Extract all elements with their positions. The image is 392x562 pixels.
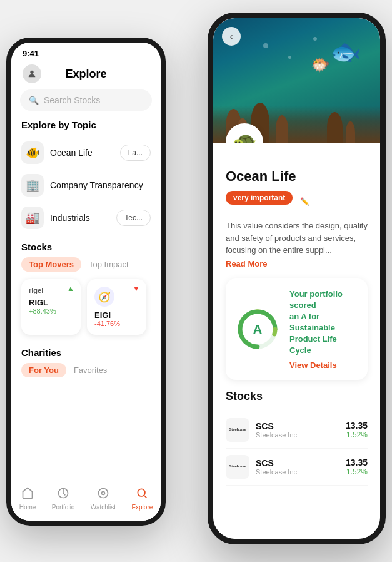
eigi-ticker: EIGI: [94, 310, 139, 320]
rigl-ticker: RIGL: [29, 298, 73, 307]
stock-cards: ▲ rigel RIGL +88.43% ▼ 🧭 EIGI -41.76%: [21, 279, 151, 335]
left-phone: 9:41 Explore 🔍 Search Stocks Explore by …: [6, 38, 166, 526]
topic-row-ocean-life[interactable]: 🐠 Ocean Life La...: [11, 136, 161, 169]
avatar[interactable]: [23, 64, 41, 83]
stock-row-1[interactable]: Steelcase SCS Steelcase Inc 13.35 1.52%: [226, 412, 368, 449]
svg-point-0: [30, 71, 33, 74]
description-text: This value considers the design, quality…: [226, 220, 368, 257]
stock-price-2: 13.35 1.52%: [346, 457, 368, 476]
explore-section-title: Explore by Topic: [11, 120, 161, 136]
tab-favorites[interactable]: Favorites: [74, 365, 107, 375]
eigi-change: -41.76%: [94, 320, 139, 327]
header: Explore: [11, 62, 161, 89]
steelcase-logo-2: Steelcase: [226, 455, 249, 479]
svg-point-2: [98, 488, 108, 498]
company-transparency-label: Company Transparency: [50, 180, 143, 190]
price-change-2: 1.52%: [346, 467, 368, 476]
fish-icon: 🐟: [330, 37, 361, 66]
nav-home-label: Home: [19, 504, 36, 511]
price-change-1: 1.52%: [346, 431, 368, 439]
right-phone-screen: 🐟 🐡 ‹ 🐢 Ocean Life very important ✏️ Thi…: [213, 18, 380, 539]
portfolio-icon: [57, 487, 69, 503]
stock-price-1: 13.35 1.52%: [346, 421, 368, 439]
rigl-change: +88.43%: [29, 307, 73, 315]
nav-explore[interactable]: Explore: [131, 487, 153, 511]
steelcase-logo-1: Steelcase: [226, 418, 249, 442]
home-icon: [21, 487, 34, 503]
donut-chart: A: [236, 307, 279, 351]
stock-name-2: Steelcase Inc: [256, 468, 339, 476]
topic-row-company-transparency[interactable]: 🏢 Company Transparency: [11, 169, 161, 202]
nav-explore-label: Explore: [131, 504, 153, 511]
nav-watchlist[interactable]: Watchlist: [91, 487, 116, 511]
topic-row-industrials[interactable]: 🏭 Industrials Tec...: [11, 202, 161, 234]
detail-content: Ocean Life very important ✏️ This value …: [213, 143, 380, 496]
bottom-nav: Home Portfolio Watchlist Explore: [11, 481, 161, 521]
nav-home[interactable]: Home: [19, 487, 36, 511]
search-icon: 🔍: [29, 96, 39, 105]
explore-icon: [136, 487, 148, 503]
svg-point-3: [101, 491, 104, 494]
stock-card-eigi[interactable]: ▼ 🧭 EIGI -41.76%: [87, 279, 146, 335]
back-button[interactable]: ‹: [222, 27, 241, 46]
charities-title: Charities: [21, 347, 151, 363]
nav-portfolio[interactable]: Portfolio: [52, 487, 75, 511]
price-value-1: 13.35: [346, 421, 368, 431]
stocks-section: Stocks Top Movers Top Impact ▲ rigel RIG…: [11, 234, 161, 340]
stocks-title: Stocks: [21, 242, 151, 257]
eigi-logo: 🧭: [94, 287, 114, 307]
watchlist-icon: [97, 487, 109, 503]
stock-ticker-1: SCS: [256, 421, 339, 431]
fish2-icon: 🐡: [311, 56, 330, 74]
stocks-tabs: Top Movers Top Impact: [21, 257, 151, 272]
stock-name-1: Steelcase Inc: [256, 431, 339, 439]
stock-info-2: SCS Steelcase Inc: [256, 458, 339, 476]
la-chip[interactable]: La...: [120, 145, 151, 161]
view-details-link[interactable]: View Details: [289, 360, 358, 370]
edit-icon[interactable]: ✏️: [300, 197, 309, 206]
status-time: 9:41: [23, 49, 39, 58]
header-title: Explore: [65, 68, 106, 81]
right-phone: 🐟 🐡 ‹ 🐢 Ocean Life very important ✏️ Thi…: [208, 13, 386, 544]
importance-badge: very important: [226, 191, 293, 205]
industrials-icon: 🏭: [21, 207, 44, 229]
nav-watchlist-label: Watchlist: [91, 504, 116, 511]
tab-top-movers[interactable]: Top Movers: [21, 257, 81, 272]
status-bar: 9:41: [11, 43, 161, 62]
stock-card-rigl[interactable]: ▲ rigel RIGL +88.43%: [21, 279, 81, 335]
score-text: Your portfolio scored an A for Sustainab…: [289, 289, 358, 370]
score-card: A Your portfolio scored an A for Sustain…: [226, 278, 368, 380]
score-description: Your portfolio scored an A for Sustainab…: [289, 289, 358, 357]
price-value-2: 13.35: [346, 457, 368, 467]
search-bar[interactable]: 🔍 Search Stocks: [20, 89, 152, 111]
nav-portfolio-label: Portfolio: [52, 504, 75, 511]
svg-point-4: [138, 489, 146, 496]
stock-info-1: SCS Steelcase Inc: [256, 421, 339, 439]
tec-chip[interactable]: Tec...: [116, 210, 151, 226]
charities-section: Charities For You Favorites: [11, 340, 161, 382]
stocks-list-title: Stocks: [226, 390, 368, 403]
rigl-arrow-up-icon: ▲: [67, 284, 74, 293]
search-placeholder: Search Stocks: [44, 95, 100, 105]
eigi-arrow-down-icon: ▼: [133, 284, 140, 293]
ocean-life-label: Ocean Life: [50, 148, 93, 158]
stock-row-2[interactable]: Steelcase SCS Steelcase Inc 13.35 1.52%: [226, 449, 368, 486]
importance-badge-text: very important: [233, 193, 285, 202]
stock-ticker-2: SCS: [256, 458, 339, 468]
charities-tabs: For You Favorites: [21, 363, 151, 377]
ocean-life-icon: 🐠: [21, 141, 44, 164]
left-phone-screen: 9:41 Explore 🔍 Search Stocks Explore by …: [11, 43, 161, 521]
company-transparency-icon: 🏢: [21, 174, 44, 197]
topic-detail-title: Ocean Life: [226, 168, 368, 185]
tab-for-you[interactable]: For You: [21, 363, 66, 377]
grade-label: A: [253, 322, 262, 336]
tab-top-impact[interactable]: Top Impact: [89, 260, 129, 269]
read-more-link[interactable]: Read More: [226, 259, 368, 268]
hero-image: 🐟 🐡 ‹ 🐢: [213, 18, 380, 143]
industrials-label: Industrials: [50, 213, 90, 223]
